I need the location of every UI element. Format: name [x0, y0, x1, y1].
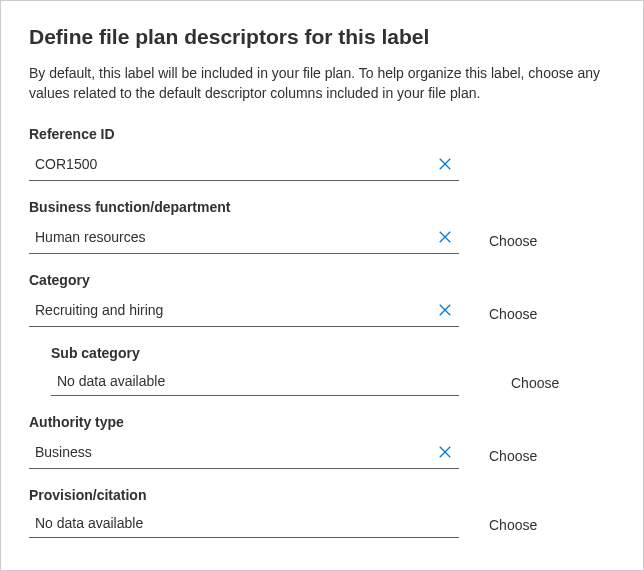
close-icon	[438, 303, 452, 317]
sub-category-choose-link[interactable]: Choose	[511, 375, 559, 391]
business-function-choose-link[interactable]: Choose	[489, 233, 537, 249]
field-row-business-function: Business function/department Human resou…	[29, 199, 615, 254]
reference-id-label: Reference ID	[29, 126, 459, 142]
provision-citation-input[interactable]: No data available	[29, 513, 459, 538]
reference-id-value: COR1500	[29, 154, 431, 174]
file-plan-panel: Define file plan descriptors for this la…	[0, 0, 644, 571]
authority-type-label: Authority type	[29, 414, 459, 430]
business-function-value: Human resources	[29, 227, 431, 247]
close-icon	[438, 230, 452, 244]
sub-category-input[interactable]: No data available	[51, 371, 459, 396]
close-icon	[438, 445, 452, 459]
reference-id-input[interactable]: COR1500	[29, 152, 459, 181]
page-description: By default, this label will be included …	[29, 63, 615, 104]
category-clear-button[interactable]	[431, 298, 459, 322]
category-choose-link[interactable]: Choose	[489, 306, 537, 322]
field-row-provision-citation: Provision/citation No data available Cho…	[29, 487, 615, 538]
business-function-input[interactable]: Human resources	[29, 225, 459, 254]
provision-citation-choose-link[interactable]: Choose	[489, 517, 537, 533]
business-function-label: Business function/department	[29, 199, 459, 215]
sub-category-value: No data available	[51, 371, 459, 391]
close-icon	[438, 157, 452, 171]
authority-type-clear-button[interactable]	[431, 440, 459, 464]
category-value: Recruiting and hiring	[29, 300, 431, 320]
field-row-category: Category Recruiting and hiring Choose	[29, 272, 615, 327]
field-row-authority-type: Authority type Business Choose	[29, 414, 615, 469]
reference-id-clear-button[interactable]	[431, 152, 459, 176]
authority-type-value: Business	[29, 442, 431, 462]
sub-category-label: Sub category	[51, 345, 459, 361]
field-row-sub-category: Sub category No data available Choose	[51, 345, 615, 396]
authority-type-choose-link[interactable]: Choose	[489, 448, 537, 464]
provision-citation-label: Provision/citation	[29, 487, 459, 503]
business-function-clear-button[interactable]	[431, 225, 459, 249]
category-input[interactable]: Recruiting and hiring	[29, 298, 459, 327]
provision-citation-value: No data available	[29, 513, 459, 533]
category-label: Category	[29, 272, 459, 288]
page-title: Define file plan descriptors for this la…	[29, 25, 615, 49]
authority-type-input[interactable]: Business	[29, 440, 459, 469]
field-row-reference-id: Reference ID COR1500	[29, 126, 615, 181]
